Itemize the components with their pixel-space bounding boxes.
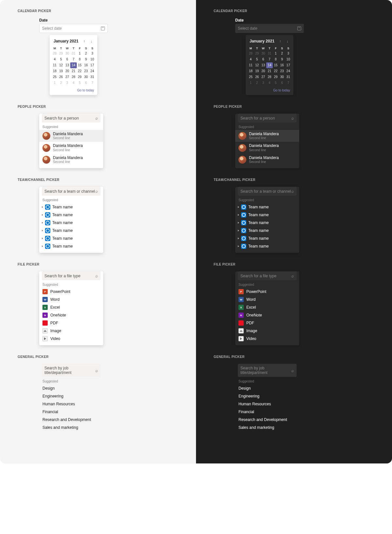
file-item[interactable]: PPowerPoint (39, 288, 103, 296)
people-search-input[interactable]: Search for a person⌕ (42, 114, 101, 122)
calendar-day[interactable]: 13 (64, 62, 70, 68)
calendar-day[interactable]: 20 (260, 68, 266, 74)
team-item[interactable]: Team name (235, 203, 299, 211)
general-item[interactable]: Design (235, 384, 299, 392)
people-item[interactable]: Daniela ManderaSecond line (235, 130, 299, 142)
calendar-day[interactable]: 9 (279, 57, 285, 62)
calendar-day[interactable]: 17 (89, 62, 95, 68)
calendar-day[interactable]: 30 (279, 74, 285, 80)
calendar-day[interactable]: 2 (58, 80, 64, 86)
calendar-day[interactable]: 22 (273, 68, 279, 74)
calendar-day[interactable]: 28 (248, 51, 254, 57)
calendar-day[interactable]: 23 (83, 68, 89, 74)
team-item[interactable]: Team name (39, 242, 103, 250)
calendar-day[interactable]: 18 (52, 68, 58, 74)
calendar-day[interactable]: 5 (77, 80, 83, 86)
file-item[interactable]: Image (39, 327, 103, 335)
calendar-day[interactable]: 24 (89, 68, 95, 74)
expand-icon[interactable] (42, 230, 43, 232)
team-item[interactable]: Team name (39, 227, 103, 235)
calendar-day[interactable]: 7 (89, 80, 95, 86)
calendar-day[interactable]: 1 (52, 80, 58, 86)
calendar-day[interactable]: 14 (266, 62, 272, 68)
calendar-day[interactable]: 4 (266, 80, 272, 86)
team-item[interactable]: Team name (235, 211, 299, 219)
calendar-day[interactable]: 26 (58, 74, 64, 80)
calendar-day[interactable]: 17 (285, 62, 291, 68)
team-item[interactable]: Team name (39, 203, 103, 211)
calendar-day[interactable]: 11 (248, 62, 254, 68)
calendar-day[interactable]: 25 (248, 74, 254, 80)
people-item[interactable]: Daniela ManderaSecond line (235, 142, 299, 154)
calendar-day[interactable]: 6 (64, 57, 70, 62)
expand-icon[interactable] (42, 214, 43, 216)
calendar-day[interactable]: 1 (77, 51, 83, 57)
people-item[interactable]: Daniela ManderaSecond line (39, 154, 103, 166)
calendar-day[interactable]: 16 (279, 62, 285, 68)
calendar-day[interactable]: 9 (83, 57, 89, 62)
calendar-day[interactable]: 18 (248, 68, 254, 74)
people-item[interactable]: Daniela ManderaSecond line (39, 130, 103, 142)
calendar-day[interactable]: 15 (77, 62, 83, 68)
general-item[interactable]: Engineering (39, 392, 103, 400)
calendar-day[interactable]: 10 (285, 57, 291, 62)
team-item[interactable]: Team name (235, 227, 299, 235)
calendar-title[interactable]: January 2021 (250, 39, 274, 43)
general-item[interactable]: Financial (235, 408, 299, 416)
calendar-day[interactable]: 28 (70, 74, 76, 80)
general-item[interactable]: Research and Development (39, 416, 103, 424)
expand-icon[interactable] (238, 230, 239, 232)
file-item[interactable]: Video (235, 335, 299, 343)
calendar-prev-icon[interactable]: ↑ (278, 39, 282, 43)
calendar-day[interactable]: 31 (89, 74, 95, 80)
expand-icon[interactable] (42, 206, 43, 208)
expand-icon[interactable] (42, 237, 43, 239)
team-search-input[interactable]: Search for a team or channel⌕ (42, 187, 101, 196)
calendar-day[interactable]: 20 (64, 68, 70, 74)
file-item[interactable]: XExcel (235, 303, 299, 311)
general-item[interactable]: Sales and marketing (235, 424, 299, 431)
calendar-day[interactable]: 2 (83, 51, 89, 57)
calendar-day[interactable]: 19 (58, 68, 64, 74)
calendar-day[interactable]: 23 (279, 68, 285, 74)
expand-icon[interactable] (238, 206, 239, 208)
calendar-day[interactable]: 5 (58, 57, 64, 62)
team-search-input[interactable]: Search for a team or channel⌕ (238, 187, 297, 196)
calendar-day[interactable]: 30 (64, 51, 70, 57)
calendar-day[interactable]: 28 (52, 51, 58, 57)
calendar-day[interactable]: 7 (266, 57, 272, 62)
team-item[interactable]: Team name (235, 219, 299, 227)
expand-icon[interactable] (238, 245, 239, 247)
general-item[interactable]: Financial (39, 408, 103, 416)
date-input[interactable]: Select date (235, 24, 304, 33)
calendar-day[interactable]: 5 (254, 57, 260, 62)
expand-icon[interactable] (238, 214, 239, 216)
general-item[interactable]: Engineering (235, 392, 299, 400)
calendar-day[interactable]: 2 (254, 80, 260, 86)
calendar-day[interactable]: 4 (248, 57, 254, 62)
calendar-day[interactable]: 3 (64, 80, 70, 86)
calendar-day[interactable]: 15 (273, 62, 279, 68)
file-item[interactable]: PPowerPoint (235, 288, 299, 296)
calendar-day[interactable]: 28 (266, 74, 272, 80)
calendar-day[interactable]: 6 (279, 80, 285, 86)
calendar-day[interactable]: 2 (279, 51, 285, 57)
calendar-day[interactable]: 30 (83, 74, 89, 80)
file-item[interactable]: WWord (39, 296, 103, 303)
file-item[interactable]: XExcel (39, 303, 103, 311)
expand-icon[interactable] (238, 237, 239, 239)
go-to-today[interactable]: Go to today (77, 89, 94, 92)
calendar-day[interactable]: 8 (273, 57, 279, 62)
calendar-day[interactable]: 4 (52, 57, 58, 62)
file-search-input[interactable]: Search for a file type⌕ (238, 271, 297, 280)
calendar-day[interactable]: 31 (70, 51, 76, 57)
expand-icon[interactable] (238, 222, 239, 224)
file-item[interactable]: Video (39, 335, 103, 343)
calendar-day[interactable]: 14 (70, 62, 76, 68)
calendar-day[interactable]: 6 (83, 80, 89, 86)
file-item[interactable]: Image (235, 327, 299, 335)
date-input[interactable]: Select date (39, 24, 108, 33)
calendar-day[interactable]: 29 (58, 51, 64, 57)
calendar-day[interactable]: 25 (52, 74, 58, 80)
calendar-day[interactable]: 22 (77, 68, 83, 74)
